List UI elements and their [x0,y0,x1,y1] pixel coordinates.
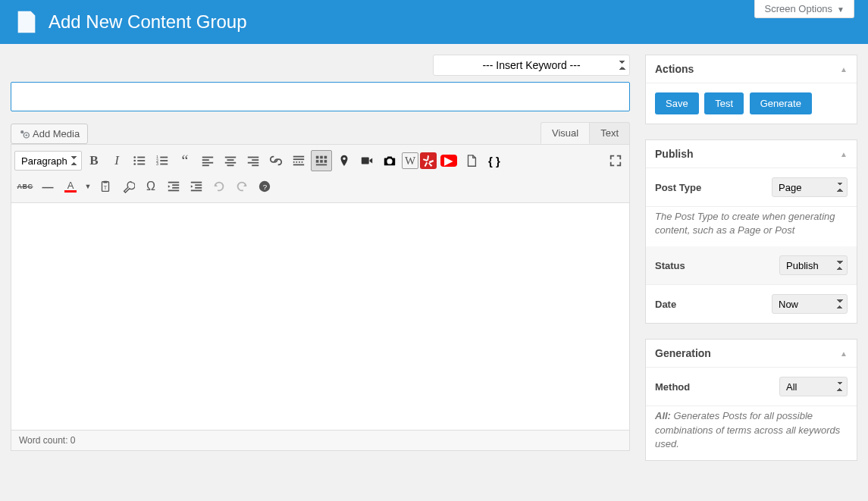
panel-toggle-icon[interactable]: ▲ [840,349,848,358]
tab-visual[interactable]: Visual [541,122,590,144]
camera-icon[interactable] [379,150,400,171]
date-label: Date [655,299,676,310]
fullscreen-button[interactable] [605,150,626,171]
title-input[interactable] [11,82,630,111]
status-label: Status [655,260,685,271]
readmore-button[interactable] [288,150,309,171]
svg-rect-39 [103,181,107,183]
method-help: All: Generates Posts for all possible co… [646,406,857,460]
svg-rect-7 [137,164,145,165]
horizontal-rule-button[interactable]: — [37,176,58,197]
svg-point-0 [20,130,24,133]
method-label: Method [655,381,690,393]
svg-rect-3 [137,157,145,158]
outdent-button[interactable] [163,176,184,197]
svg-rect-48 [191,190,202,192]
svg-point-6 [133,163,136,165]
svg-rect-15 [202,159,209,161]
date-select[interactable]: Now [772,294,848,314]
editor-tabs: Visual Text [541,122,630,144]
text-color-dropdown[interactable]: ▼ [83,176,93,197]
svg-rect-30 [320,156,323,159]
bullet-list-button[interactable] [129,150,150,171]
wikipedia-icon[interactable]: W [402,152,418,169]
align-center-button[interactable] [220,150,241,171]
publish-panel: Publish ▲ Post Type Page The Post Type t… [645,139,857,324]
svg-rect-13 [160,164,168,165]
align-right-button[interactable] [243,150,264,171]
svg-rect-26 [293,156,304,158]
indent-button[interactable] [186,176,207,197]
undo-button[interactable] [208,176,230,197]
generation-panel-title: Generation [655,347,711,359]
svg-text:T: T [104,184,108,191]
video-icon[interactable] [356,150,378,171]
insert-keyword-select[interactable]: --- Insert Keyword --- [433,55,630,76]
panel-toggle-icon[interactable]: ▲ [840,65,848,74]
page-icon[interactable] [461,150,482,171]
editor-toolbar: Paragraph B I 123 “ W ▶ { } [11,144,630,203]
word-count: Word count: 0 [19,435,75,446]
post-type-label: Post Type [655,182,701,193]
post-type-select[interactable]: Page [772,177,848,197]
redo-button[interactable] [231,176,252,197]
svg-point-4 [133,160,136,162]
status-select[interactable]: Publish [779,255,848,275]
svg-rect-20 [225,162,236,164]
svg-rect-21 [227,164,234,166]
format-select[interactable]: Paragraph [14,151,82,171]
add-media-button[interactable]: Add Media [11,124,88,144]
editor-content-area[interactable] [11,203,630,431]
svg-rect-41 [168,182,179,183]
svg-text:?: ? [263,183,268,191]
media-icon [19,129,30,139]
code-braces-icon[interactable]: { } [484,150,505,171]
svg-rect-25 [252,164,259,166]
youtube-icon[interactable]: ▶ [438,150,459,171]
svg-rect-42 [172,184,179,186]
svg-rect-46 [195,184,202,186]
svg-rect-11 [160,160,168,161]
document-icon [14,9,39,35]
text-color-button[interactable]: A [60,176,81,197]
svg-rect-9 [160,157,168,158]
align-left-button[interactable] [197,150,218,171]
svg-rect-29 [316,156,319,159]
map-pin-icon[interactable] [334,150,355,171]
panel-toggle-icon[interactable]: ▲ [840,150,848,158]
page-header: Add New Content Group Screen Options▼ [0,0,868,44]
test-button[interactable]: Test [704,92,744,114]
bold-button[interactable]: B [83,150,105,171]
svg-rect-17 [202,164,209,166]
method-select[interactable]: All [779,377,848,396]
svg-rect-43 [172,187,179,189]
svg-text:3: 3 [156,161,158,166]
link-button[interactable] [265,150,287,171]
generate-button[interactable]: Generate [750,92,812,114]
blockquote-button[interactable]: “ [174,150,196,171]
svg-rect-28 [293,164,304,166]
special-character-button[interactable]: Ω [140,176,161,197]
page-title: Add New Content Group [49,11,246,33]
numbered-list-button[interactable]: 123 [152,150,173,171]
clear-formatting-button[interactable] [118,176,139,197]
help-button[interactable]: ? [254,176,275,197]
paste-text-button[interactable]: T [95,176,116,197]
svg-rect-19 [227,159,234,161]
svg-rect-45 [191,182,202,183]
screen-options-button[interactable]: Screen Options▼ [754,0,854,18]
toolbar-toggle-button[interactable] [311,150,332,171]
svg-rect-14 [202,157,213,158]
italic-button[interactable]: I [106,150,127,171]
svg-rect-31 [324,156,327,159]
tab-text[interactable]: Text [590,122,630,144]
svg-rect-18 [225,157,236,158]
svg-rect-32 [316,160,319,163]
chevron-down-icon: ▼ [837,5,844,14]
generation-panel: Generation ▲ Method All All: Generates P… [645,339,857,461]
svg-rect-34 [324,160,327,163]
strikethrough-button[interactable]: ABC [14,176,36,197]
yelp-icon[interactable] [420,152,437,169]
editor-status-bar: Word count: 0 [11,431,630,451]
save-button[interactable]: Save [655,92,699,114]
